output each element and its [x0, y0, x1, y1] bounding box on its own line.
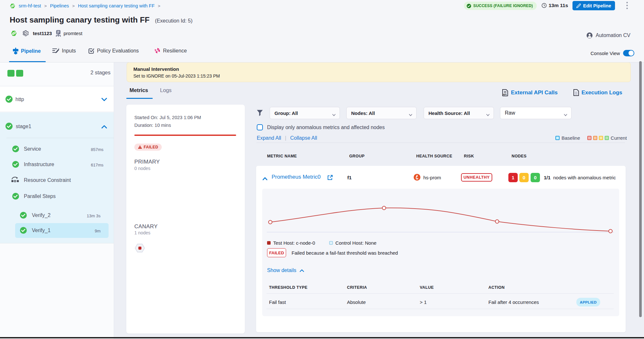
svg-text:API: API [503, 93, 507, 96]
